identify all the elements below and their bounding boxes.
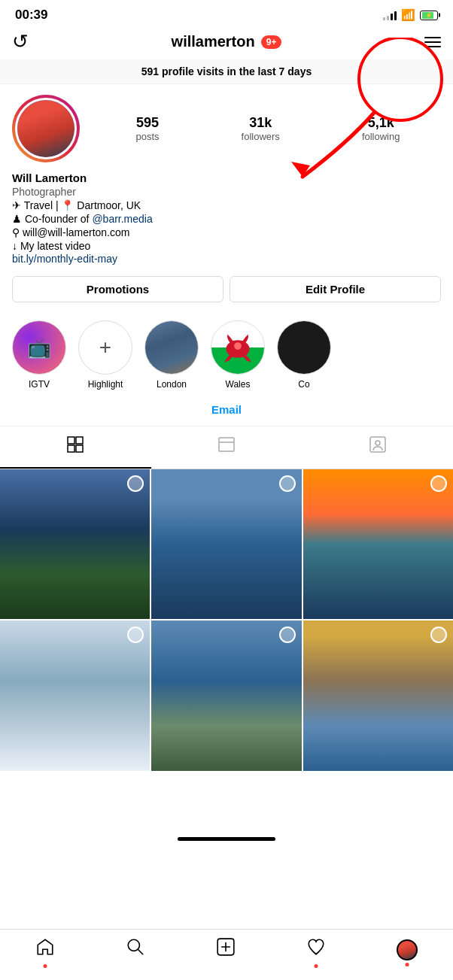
- svg-rect-12: [370, 437, 385, 452]
- wales-flag-icon: [211, 320, 264, 375]
- svg-rect-6: [68, 437, 74, 444]
- visits-text: profile visits in the last 7 days: [162, 65, 312, 77]
- nav-home[interactable]: [35, 937, 55, 962]
- avatar[interactable]: [12, 95, 80, 162]
- following-label: following: [362, 131, 400, 142]
- avatar-image: [17, 100, 74, 157]
- photo-cell-3[interactable]: [303, 469, 453, 619]
- london-image: [145, 320, 198, 375]
- nav-activity[interactable]: [306, 937, 326, 962]
- menu-line-3: [424, 46, 441, 47]
- header: ↺ willamerton 9+: [0, 27, 453, 59]
- home-indicator: [178, 837, 275, 841]
- highlight-wales[interactable]: Wales: [211, 320, 265, 390]
- profile-top: 595 posts 31k followers 5,1k following: [12, 95, 441, 162]
- svg-point-14: [128, 939, 139, 951]
- highlight-igtv[interactable]: 📺 IGTV: [12, 320, 66, 390]
- followers-stat[interactable]: 31k followers: [242, 115, 280, 142]
- select-icon-2: [279, 475, 296, 492]
- photo-5: [151, 620, 301, 770]
- posts-count: 595: [136, 115, 159, 131]
- london-circle: [144, 320, 199, 375]
- highlight-add[interactable]: + Highlight: [78, 320, 132, 390]
- menu-line-1: [424, 37, 441, 38]
- nav-search[interactable]: [126, 937, 145, 962]
- feed-icon: [217, 435, 236, 458]
- status-icons: 📶 ⚡: [383, 8, 438, 22]
- svg-rect-7: [76, 437, 83, 444]
- email-button[interactable]: Email: [211, 403, 242, 416]
- photo-cell-5[interactable]: [151, 620, 301, 770]
- igtv-circle: 📺: [12, 320, 66, 375]
- followers-label: followers: [242, 131, 280, 142]
- svg-rect-9: [76, 445, 83, 452]
- wales-circle: [211, 320, 265, 375]
- photo-cell-4[interactable]: [0, 620, 150, 770]
- barr-media-link[interactable]: @barr.media: [92, 213, 152, 225]
- grid-icon: [66, 435, 84, 458]
- nav-profile-avatar: [397, 939, 418, 960]
- battery-icon: ⚡: [420, 11, 438, 20]
- photo-2: [151, 469, 301, 619]
- svg-rect-10: [219, 438, 234, 451]
- select-icon-3: [430, 475, 447, 492]
- nav-profile[interactable]: [397, 939, 418, 960]
- bio-link[interactable]: bit.ly/monthly-edit-may: [12, 253, 117, 265]
- status-bar: 00:39 📶 ⚡: [0, 0, 453, 27]
- profile-dot: [406, 963, 409, 966]
- co-image: [278, 320, 330, 375]
- photo-1: [0, 469, 150, 619]
- nav-post[interactable]: [216, 937, 236, 962]
- tagged-icon: [369, 435, 387, 458]
- svg-line-15: [138, 950, 143, 954]
- stats-row: 595 posts 31k followers 5,1k following: [95, 115, 441, 142]
- bio-line-3: ⚲ will@will-lamerton.com: [12, 226, 441, 238]
- tab-grid[interactable]: [0, 426, 151, 469]
- tab-tagged[interactable]: [302, 426, 453, 469]
- wales-label: Wales: [226, 379, 251, 390]
- email-container: Email: [0, 397, 453, 426]
- photo-3: [303, 469, 453, 619]
- menu-line-2: [424, 41, 441, 43]
- edit-profile-button[interactable]: Edit Profile: [230, 276, 441, 302]
- photo-cell-2[interactable]: [151, 469, 301, 619]
- avatar-ring: [12, 95, 80, 162]
- highlights-row: 📺 IGTV + Highlight London: [0, 310, 453, 397]
- bottom-nav: [0, 929, 453, 980]
- profile-section: 595 posts 31k followers 5,1k following W…: [0, 84, 453, 310]
- following-stat[interactable]: 5,1k following: [362, 115, 400, 142]
- activity-dot: [315, 964, 318, 968]
- plus-square-icon: [216, 937, 236, 962]
- posts-label: posts: [136, 131, 160, 142]
- avatar-inner: [15, 98, 77, 159]
- svg-point-5: [234, 342, 242, 350]
- co-label: Co: [298, 379, 309, 390]
- highlight-co[interactable]: Co: [277, 320, 331, 390]
- bio-title: Photographer: [12, 186, 441, 198]
- notification-badge[interactable]: 9+: [261, 35, 282, 49]
- igtv-icon: 📺: [27, 336, 51, 360]
- highlight-london[interactable]: London: [144, 320, 199, 390]
- bio-line-4: ↓ My latest video: [12, 240, 441, 252]
- following-count: 5,1k: [368, 115, 394, 131]
- photo-grid: [0, 469, 453, 771]
- photo-6: [303, 620, 453, 770]
- svg-point-13: [375, 441, 380, 445]
- history-button[interactable]: ↺: [12, 30, 42, 53]
- buttons-row: Promotions Edit Profile: [12, 276, 441, 302]
- bio-line-1: ✈ Travel | 📍 Dartmoor, UK: [12, 199, 441, 211]
- history-icon[interactable]: ↺: [12, 30, 29, 53]
- tabs-row: [0, 426, 453, 469]
- menu-button[interactable]: [411, 37, 441, 47]
- home-icon: [35, 937, 55, 962]
- visits-count: 591: [141, 65, 159, 77]
- tab-feed[interactable]: [151, 426, 303, 469]
- photo-cell-1[interactable]: [0, 469, 150, 619]
- posts-stat[interactable]: 595 posts: [136, 115, 160, 142]
- photo-cell-6[interactable]: [303, 620, 453, 770]
- add-highlight-circle: +: [78, 320, 132, 375]
- highlight-label: Highlight: [88, 379, 123, 390]
- promotions-button[interactable]: Promotions: [12, 276, 223, 302]
- profile-visits-banner: 591 profile visits in the last 7 days: [0, 59, 453, 84]
- plus-icon: +: [99, 335, 111, 360]
